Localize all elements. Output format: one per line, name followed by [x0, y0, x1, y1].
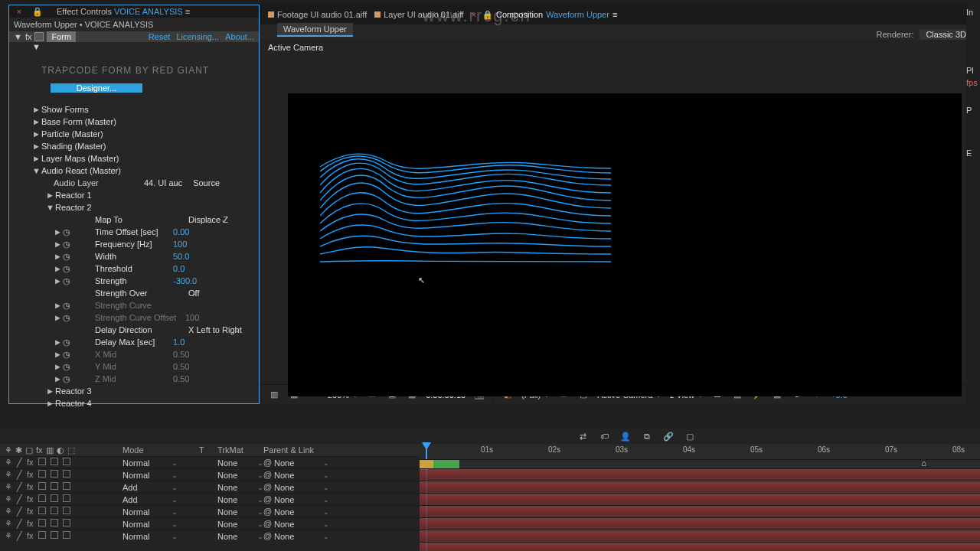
layer-track[interactable]: [420, 517, 980, 530]
audio-layer-dropdown[interactable]: 44. UI auc⌄: [141, 178, 185, 187]
prop-value[interactable]: 0.00: [173, 227, 189, 236]
3d-icon[interactable]: ⬚: [67, 445, 75, 455]
quality-icon[interactable]: ╱: [17, 494, 22, 504]
shy-icon[interactable]: ⚘: [5, 470, 12, 480]
reactor-3[interactable]: ►Reactor 3: [46, 385, 259, 397]
layer-row[interactable]: ⚘ ╱ fx Add⌄ None⌄ @ None⌄: [0, 481, 420, 493]
strength-over-dropdown[interactable]: Off⌄: [185, 289, 202, 298]
layer-track[interactable]: [420, 493, 980, 505]
twirl-icon[interactable]: ►: [54, 301, 60, 310]
mb-icon[interactable]: [38, 482, 46, 490]
work-area[interactable]: ⌂: [420, 459, 980, 468]
work-area-end-icon[interactable]: ⌂: [921, 458, 926, 468]
pickwhip-icon[interactable]: @: [263, 482, 274, 493]
pickwhip-icon[interactable]: @: [263, 458, 274, 468]
parent-dropdown[interactable]: None⌄: [274, 532, 343, 541]
twirl-icon[interactable]: ►: [54, 350, 60, 359]
av-icon[interactable]: ✱: [15, 445, 22, 455]
shy-icon[interactable]: ⚘: [5, 445, 12, 455]
layer-track[interactable]: [420, 481, 980, 493]
adj-icon[interactable]: [51, 470, 58, 478]
parent-dropdown[interactable]: None⌄: [274, 483, 343, 492]
delay-max-value[interactable]: 1.0: [173, 337, 185, 347]
mb-icon[interactable]: [38, 470, 46, 478]
adj-icon[interactable]: [51, 507, 58, 514]
mb-icon[interactable]: [38, 494, 46, 502]
mb-icon[interactable]: [38, 458, 46, 465]
layer-row[interactable]: ⚘ ╱ fx Normal⌄ None⌄ @ None⌄: [0, 468, 420, 481]
adj-icon[interactable]: [51, 494, 58, 502]
fx-name[interactable]: Form: [47, 31, 76, 42]
mb-icon[interactable]: [38, 519, 46, 527]
twirl-icon[interactable]: ►: [54, 264, 60, 273]
person-icon[interactable]: 👤: [619, 429, 632, 443]
layer-row[interactable]: ⚘ ╱ fx Normal⌄ None⌄ @ None⌄: [0, 505, 420, 517]
twirl-icon[interactable]: ►: [54, 337, 60, 347]
quality-icon[interactable]: ╱: [17, 507, 22, 517]
stopwatch-icon[interactable]: ◷: [63, 252, 70, 259]
stopwatch-icon[interactable]: ◷: [63, 240, 70, 247]
close-icon[interactable]: ×: [14, 6, 24, 17]
prop-value[interactable]: 0.50: [173, 350, 189, 359]
twirl-icon[interactable]: ►: [54, 252, 60, 261]
adj-icon[interactable]: [51, 458, 58, 465]
shy-icon[interactable]: ⚘: [5, 507, 12, 517]
mode-dropdown[interactable]: Add⌄: [122, 483, 199, 492]
group-layer-maps[interactable]: ►Layer Maps (Master): [32, 152, 259, 165]
timeline-ruler-area[interactable]: 01s02s03s04s05s06s07s08s ⌂: [420, 444, 980, 545]
fx-icon[interactable]: fx: [27, 470, 34, 480]
reactor-2[interactable]: ▼Reactor 2: [46, 201, 259, 214]
fx-toggle-icon[interactable]: fx: [25, 32, 32, 41]
trkmat-dropdown[interactable]: None⌄: [217, 507, 263, 517]
pickwhip-icon[interactable]: @: [263, 531, 274, 542]
trkmat-dropdown[interactable]: None⌄: [217, 483, 263, 492]
fx-icon[interactable]: fx: [36, 445, 43, 455]
3d-icon[interactable]: [63, 531, 70, 539]
box-icon[interactable]: ▢: [683, 429, 697, 443]
3d-icon[interactable]: [63, 470, 70, 478]
renderer-select[interactable]: Renderer: Classic 3D: [877, 29, 973, 40]
tag-icon[interactable]: 🏷: [597, 429, 611, 443]
prop-value[interactable]: -300.0: [173, 276, 197, 285]
copy-icon[interactable]: ⧉: [640, 429, 654, 443]
tab-footage[interactable]: Footage UI audio 01.aiff: [268, 10, 367, 19]
twirl-icon[interactable]: ►: [54, 362, 60, 371]
shy-icon[interactable]: ⚘: [5, 458, 12, 468]
comp-mini-tab[interactable]: Waveform Upper: [260, 24, 980, 40]
trkmat-dropdown[interactable]: None⌄: [217, 495, 263, 504]
twirl-icon[interactable]: ►: [54, 276, 60, 285]
fx-cube-icon[interactable]: [34, 32, 44, 41]
designer-button[interactable]: Designer...: [51, 83, 142, 93]
layer-track[interactable]: [420, 542, 980, 551]
parent-dropdown[interactable]: None⌄: [274, 495, 343, 504]
quality-icon[interactable]: ╱: [17, 470, 22, 480]
3d-icon[interactable]: [63, 494, 70, 502]
adj-icon[interactable]: [51, 531, 58, 539]
stopwatch-icon[interactable]: ◷: [63, 313, 70, 321]
twirl-icon[interactable]: ▼: [32, 42, 41, 51]
pickwhip-icon[interactable]: @: [263, 470, 274, 481]
mb-icon[interactable]: ▥: [46, 445, 54, 455]
reactor-4[interactable]: ►Reactor 4: [46, 397, 259, 409]
mode-dropdown[interactable]: Normal⌄: [122, 507, 199, 517]
layer-row[interactable]: ⚘ ╱ fx Normal⌄ None⌄ @ None⌄: [0, 530, 420, 542]
fx-icon[interactable]: fx: [27, 482, 34, 492]
effect-controls-tab[interactable]: Effect Controls VOICE ANALYSIS ≡: [51, 5, 196, 18]
shy-icon[interactable]: ⚘: [5, 494, 12, 504]
twirl-icon[interactable]: ▼: [14, 32, 22, 41]
audio-layer-source-dropdown[interactable]: Source⌄: [190, 178, 223, 187]
twirl-icon[interactable]: ►: [54, 374, 60, 383]
adj-icon[interactable]: [51, 482, 58, 490]
prop-value[interactable]: 100: [173, 240, 187, 249]
fx-icon[interactable]: fx: [27, 519, 34, 529]
3d-icon[interactable]: [63, 482, 70, 490]
parent-dropdown[interactable]: None⌄: [274, 458, 343, 468]
mode-dropdown[interactable]: Normal⌄: [122, 520, 199, 529]
reactor-1[interactable]: ►Reactor 1: [46, 189, 259, 201]
layer-row[interactable]: ⚘ ╱ fx Normal⌄ None⌄ @ None⌄: [0, 517, 420, 530]
stopwatch-icon[interactable]: ◷: [63, 374, 70, 382]
parent-dropdown[interactable]: None⌄: [274, 520, 343, 529]
layer-track[interactable]: [420, 530, 980, 542]
trkmat-dropdown[interactable]: None⌄: [217, 458, 263, 468]
3d-icon[interactable]: [63, 507, 70, 514]
